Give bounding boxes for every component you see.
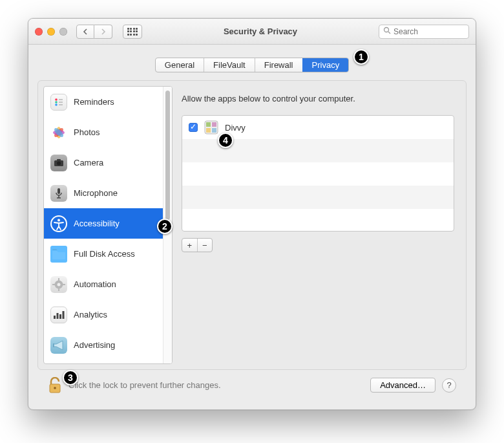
app-row-empty bbox=[182, 186, 454, 209]
back-button[interactable] bbox=[76, 25, 94, 39]
help-button[interactable]: ? bbox=[442, 378, 456, 393]
sidebar-item-camera[interactable]: Camera bbox=[44, 147, 172, 178]
gear-icon bbox=[50, 276, 67, 293]
lock-text: Click the lock to prevent further change… bbox=[68, 380, 221, 390]
app-row-empty bbox=[182, 162, 454, 186]
app-name: Divvy bbox=[225, 123, 246, 133]
annotation-1: 1 bbox=[353, 49, 369, 65]
sidebar-item-full-disk-access[interactable]: Full Disk Access bbox=[44, 239, 172, 269]
main-panel: Reminders Photos Camera bbox=[37, 80, 467, 370]
tab-filevault[interactable]: FileVault bbox=[204, 58, 255, 72]
svg-rect-30 bbox=[53, 343, 54, 347]
sidebar-item-label: Analytics bbox=[74, 310, 107, 319]
chevron-right-icon bbox=[101, 28, 106, 35]
svg-point-21 bbox=[58, 283, 61, 286]
svg-rect-33 bbox=[212, 122, 216, 127]
app-checkbox[interactable] bbox=[189, 123, 198, 132]
tab-segment: General FileVault Firewall Privacy bbox=[155, 58, 349, 72]
privacy-sidebar: Reminders Photos Camera bbox=[43, 86, 173, 364]
svg-rect-15 bbox=[58, 188, 60, 194]
analytics-icon bbox=[50, 307, 67, 323]
svg-line-1 bbox=[388, 32, 390, 34]
search-icon bbox=[383, 27, 391, 36]
sidebar-item-label: Full Disk Access bbox=[74, 249, 135, 259]
svg-point-37 bbox=[54, 387, 56, 389]
annotation-2: 2 bbox=[157, 219, 173, 234]
svg-rect-27 bbox=[57, 313, 59, 319]
add-button[interactable]: + bbox=[182, 239, 198, 252]
accessibility-icon bbox=[50, 215, 67, 232]
tab-firewall[interactable]: Firewall bbox=[255, 58, 302, 72]
sidebar-item-accessibility[interactable]: Accessibility bbox=[44, 208, 172, 239]
chevron-left-icon bbox=[83, 28, 88, 35]
remove-button[interactable]: − bbox=[198, 239, 213, 252]
tab-general[interactable]: General bbox=[156, 58, 204, 72]
megaphone-icon bbox=[50, 337, 67, 354]
svg-rect-25 bbox=[63, 284, 65, 285]
annotation-4: 4 bbox=[218, 133, 233, 148]
svg-rect-35 bbox=[212, 128, 216, 133]
svg-rect-24 bbox=[52, 284, 55, 285]
traffic-lights bbox=[35, 28, 67, 36]
microphone-icon bbox=[50, 185, 67, 202]
lock-icon bbox=[48, 377, 61, 394]
forward-button[interactable] bbox=[94, 25, 112, 39]
svg-point-2 bbox=[55, 98, 58, 101]
svg-point-3 bbox=[55, 101, 58, 103]
sidebar-list[interactable]: Reminders Photos Camera bbox=[44, 87, 172, 363]
show-all-button[interactable] bbox=[123, 25, 142, 39]
sidebar-item-photos[interactable]: Photos bbox=[44, 117, 172, 147]
reminders-icon bbox=[50, 94, 67, 111]
tab-row: General FileVault Firewall Privacy bbox=[37, 58, 467, 72]
search-input[interactable] bbox=[394, 27, 465, 36]
sidebar-item-reminders[interactable]: Reminders bbox=[44, 87, 172, 117]
svg-rect-26 bbox=[54, 316, 56, 319]
sidebar-item-label: Camera bbox=[74, 158, 103, 167]
svg-point-13 bbox=[57, 161, 61, 165]
sidebar-item-analytics[interactable]: Analytics bbox=[44, 299, 172, 330]
folder-icon bbox=[50, 246, 67, 263]
add-remove-control: + − bbox=[182, 238, 213, 252]
sidebar-item-label: Advertising bbox=[74, 340, 115, 350]
svg-point-19 bbox=[58, 219, 60, 221]
prefs-window: Security & Privacy General FileVault Fir… bbox=[28, 18, 476, 410]
svg-point-4 bbox=[55, 103, 58, 106]
svg-rect-23 bbox=[58, 288, 59, 291]
minimize-icon[interactable] bbox=[47, 28, 55, 36]
detail-header: Allow the apps below to control your com… bbox=[182, 94, 454, 103]
app-icon bbox=[204, 120, 218, 135]
photos-icon bbox=[50, 124, 67, 141]
svg-rect-28 bbox=[59, 314, 61, 319]
sidebar-item-automation[interactable]: Automation bbox=[44, 269, 172, 299]
grid-icon bbox=[127, 28, 138, 36]
sidebar-item-microphone[interactable]: Microphone bbox=[44, 178, 172, 208]
window-title: Security & Privacy bbox=[147, 27, 373, 36]
search-field[interactable] bbox=[379, 25, 469, 39]
titlebar: Security & Privacy bbox=[28, 19, 476, 45]
svg-rect-22 bbox=[58, 278, 59, 281]
svg-rect-34 bbox=[206, 128, 211, 133]
sidebar-item-label: Automation bbox=[74, 279, 116, 289]
footer: Click the lock to prevent further change… bbox=[37, 370, 467, 403]
advanced-button[interactable]: Advanced… bbox=[370, 378, 436, 393]
detail-pane: Allow the apps below to control your com… bbox=[173, 86, 461, 364]
sidebar-item-label: Photos bbox=[74, 127, 100, 137]
svg-rect-14 bbox=[57, 159, 61, 161]
sidebar-item-label: Accessibility bbox=[74, 219, 120, 228]
svg-rect-29 bbox=[63, 311, 65, 319]
annotation-3: 3 bbox=[63, 370, 78, 385]
app-row-empty bbox=[182, 209, 454, 232]
content: General FileVault Firewall Privacy Remin… bbox=[28, 45, 476, 409]
nav-buttons bbox=[76, 25, 112, 39]
camera-icon bbox=[50, 155, 67, 171]
tab-privacy[interactable]: Privacy bbox=[302, 58, 349, 72]
zoom-icon bbox=[59, 28, 67, 36]
lock-button[interactable] bbox=[48, 376, 62, 394]
sidebar-item-advertising[interactable]: Advertising bbox=[44, 330, 172, 360]
sidebar-item-label: Microphone bbox=[74, 188, 118, 198]
svg-point-0 bbox=[384, 28, 389, 32]
svg-rect-32 bbox=[206, 122, 211, 127]
close-icon[interactable] bbox=[35, 28, 43, 36]
sidebar-item-label: Reminders bbox=[74, 97, 114, 107]
scroll-thumb[interactable] bbox=[165, 91, 170, 220]
